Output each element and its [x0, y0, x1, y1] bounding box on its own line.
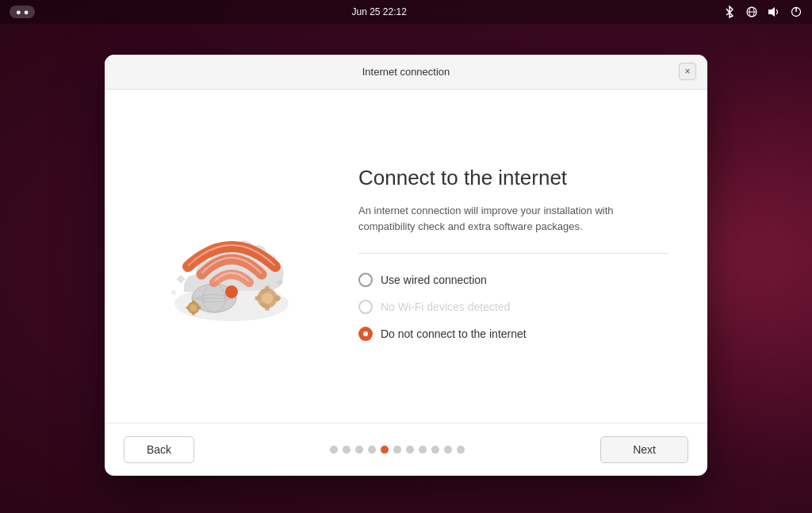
- topbar-left: ● ●: [10, 6, 35, 18]
- bluetooth-icon[interactable]: [723, 6, 736, 18]
- dot-10: [444, 446, 452, 454]
- svg-rect-25: [192, 312, 194, 315]
- dot-1: [330, 446, 338, 454]
- dialog-footer: Back Next: [105, 423, 707, 476]
- dot-2: [343, 446, 350, 454]
- dialog-titlebar: Internet connection ×: [105, 55, 707, 90]
- dot-4: [368, 446, 376, 454]
- back-button[interactable]: Back: [124, 436, 194, 463]
- volume-icon[interactable]: [768, 6, 780, 18]
- radio-no-internet[interactable]: Do not connect to the internet: [358, 327, 668, 341]
- radio-no-internet-circle: [358, 327, 373, 341]
- dot-7: [406, 446, 414, 454]
- topbar-right: [723, 6, 802, 18]
- dot-8: [419, 446, 427, 454]
- radio-wifi-label: No Wi-Fi devices detected: [381, 301, 510, 313]
- svg-point-11: [225, 285, 238, 298]
- power-icon[interactable]: [790, 6, 802, 18]
- svg-rect-24: [192, 300, 194, 303]
- svg-point-23: [190, 304, 197, 311]
- radio-wired-circle: [358, 273, 373, 287]
- radio-wifi-circle: [358, 300, 373, 314]
- svg-rect-28: [176, 274, 185, 283]
- network-icon[interactable]: [745, 6, 758, 18]
- dot-9: [431, 446, 439, 454]
- svg-rect-26: [198, 306, 201, 308]
- dialog-title: Internet connection: [362, 66, 450, 78]
- next-button[interactable]: Next: [600, 436, 688, 463]
- radio-wired-label: Use wired connection: [381, 274, 487, 286]
- svg-rect-30: [170, 289, 176, 295]
- radio-wired[interactable]: Use wired connection: [358, 273, 668, 287]
- topbar: ● ● Jun 25 22:12: [0, 0, 812, 24]
- svg-marker-3: [768, 7, 775, 17]
- svg-rect-27: [186, 306, 190, 308]
- topbar-pill-text: ● ●: [16, 7, 29, 17]
- radio-wifi: No Wi-Fi devices detected: [358, 300, 668, 314]
- internet-connection-dialog: Internet connection ×: [105, 55, 707, 476]
- topbar-clock: Jun 25 22:12: [351, 6, 406, 17]
- illustration-area: [144, 121, 319, 399]
- dot-6: [393, 446, 401, 454]
- dot-3: [355, 446, 363, 454]
- dot-5: [381, 446, 389, 454]
- svg-point-13: [262, 292, 273, 303]
- content-divider: [358, 253, 668, 254]
- dialog-body: Connect to the internet An internet conn…: [105, 90, 707, 423]
- pagination-dots: [330, 446, 465, 454]
- content-description: An internet connection will improve your…: [358, 203, 668, 234]
- content-area: Connect to the internet An internet conn…: [358, 121, 668, 399]
- wifi-illustration: [152, 181, 311, 339]
- topbar-pill: ● ●: [10, 6, 35, 18]
- dialog-close-button[interactable]: ×: [679, 63, 696, 80]
- dot-11: [457, 446, 465, 454]
- content-heading: Connect to the internet: [358, 166, 668, 190]
- radio-no-internet-label: Do not connect to the internet: [381, 327, 527, 340]
- svg-rect-17: [255, 296, 260, 300]
